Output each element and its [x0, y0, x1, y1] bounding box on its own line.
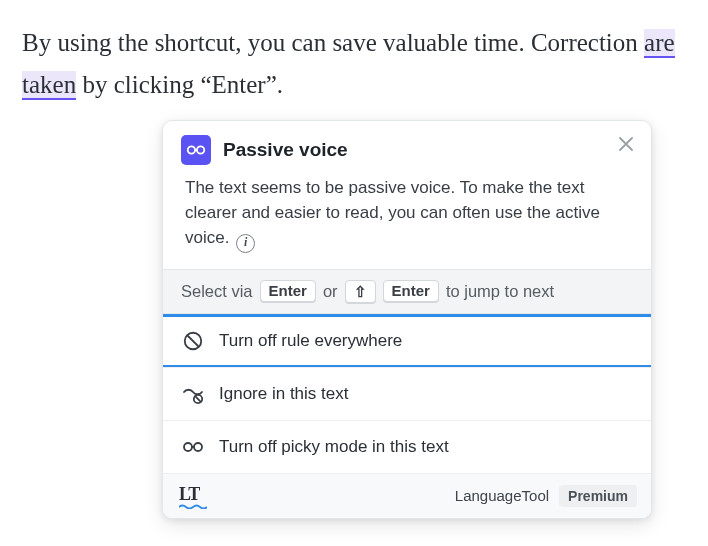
options-list: Turn off rule everywhere Ignore in this …: [163, 314, 651, 473]
svg-point-0: [188, 146, 195, 153]
shift-key: ⇧: [345, 280, 376, 303]
doc-text-pre: By using the shortcut, you can save valu…: [22, 29, 644, 56]
svg-point-1: [197, 146, 204, 153]
disable-icon: [181, 329, 205, 353]
shortcut-or: or: [323, 282, 338, 301]
svg-point-4: [184, 443, 192, 451]
document-text: By using the shortcut, you can save valu…: [0, 0, 708, 106]
shortcut-prefix: Select via: [181, 282, 253, 301]
shortcut-suffix: to jump to next: [446, 282, 554, 301]
languagetool-name[interactable]: LanguageTool: [455, 487, 549, 504]
close-button[interactable]: [615, 133, 637, 155]
ignore-in-text-option[interactable]: Ignore in this text: [163, 367, 651, 420]
popup-footer: LT LanguageTool Premium: [163, 473, 651, 518]
svg-point-5: [194, 443, 202, 451]
enter-key: Enter: [260, 280, 316, 302]
popup-header: Passive voice: [163, 121, 651, 173]
suggestion-popup: Passive voice The text seems to be passi…: [162, 120, 652, 519]
turn-off-picky-option[interactable]: Turn off picky mode in this text: [163, 420, 651, 473]
shortcut-hint: Select via Enter or ⇧ Enter to jump to n…: [163, 269, 651, 314]
premium-badge[interactable]: Premium: [559, 485, 637, 507]
rule-title: Passive voice: [223, 139, 348, 161]
info-icon[interactable]: i: [236, 234, 255, 253]
ignore-in-text-label: Ignore in this text: [219, 384, 348, 404]
enter-key-2: Enter: [383, 280, 439, 302]
turn-off-picky-label: Turn off picky mode in this text: [219, 437, 449, 457]
picky-glasses-icon: [181, 435, 205, 459]
turn-off-rule-option[interactable]: Turn off rule everywhere: [163, 314, 651, 367]
languagetool-logo-text: LT: [179, 484, 199, 504]
ignore-icon: [181, 382, 205, 406]
doc-text-post: by clicking “Enter”.: [76, 71, 283, 98]
languagetool-logo[interactable]: LT: [179, 484, 199, 508]
glasses-icon: [181, 135, 211, 165]
turn-off-rule-label: Turn off rule everywhere: [219, 331, 402, 351]
rule-explanation: The text seems to be passive voice. To m…: [163, 173, 651, 269]
